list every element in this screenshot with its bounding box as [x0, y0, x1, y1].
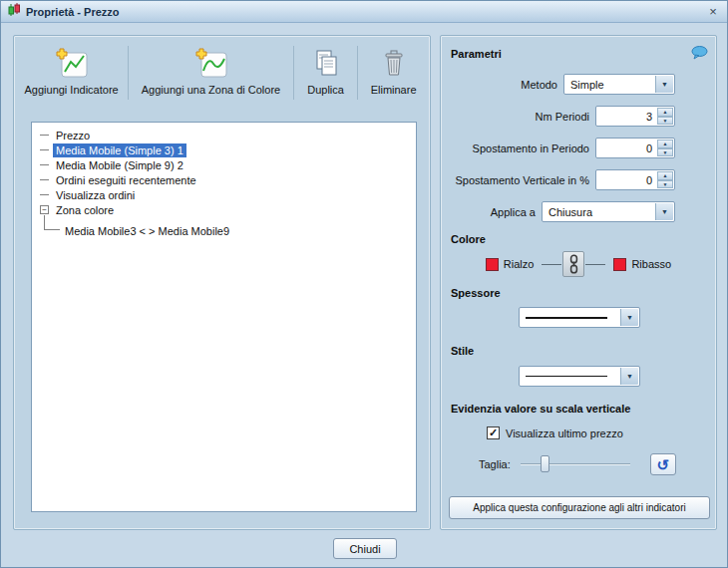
tree-item-prezzo[interactable]: Prezzo [32, 128, 416, 142]
taglia-label: Taglia: [479, 458, 511, 470]
tree-branch-line [44, 215, 60, 230]
link-line [542, 264, 561, 265]
spessore-select[interactable]: ▼ [519, 307, 640, 328]
metodo-row: Metodo Simple ▼ [521, 74, 675, 95]
tree-item-label: Prezzo [53, 129, 93, 142]
spostamento-verticale-label: Spostamento Verticale in % [455, 174, 589, 186]
nm-periodi-label: Nm Periodi [536, 111, 589, 123]
rialzo-color-swatch[interactable] [486, 258, 499, 271]
nm-periodi-stepper[interactable]: 3 ▲ ▼ [595, 106, 675, 127]
tree-item-label: Visualizza ordini [53, 188, 138, 202]
duplicate-button[interactable]: Duplica [299, 44, 352, 108]
window-title: Proprietà - Prezzo [26, 6, 705, 18]
metodo-value: Simple [570, 79, 604, 91]
toolbar-separator [128, 46, 129, 100]
applica-a-value: Chiusura [548, 206, 592, 218]
tree-item-zona-colore-child[interactable]: Media Mobile3 < > Media Mobile9 [32, 223, 416, 238]
spostamento-periodo-stepper[interactable]: 0 ▲ ▼ [595, 138, 675, 158]
chevron-down-icon[interactable]: ▼ [655, 203, 673, 220]
spostamento-periodo-value: 0 [646, 142, 652, 154]
stile-section-title: Stile [451, 345, 474, 357]
delete-button[interactable]: Eliminare [363, 44, 424, 108]
spessore-section-title: Spessore [451, 287, 501, 299]
link-colors-button[interactable] [562, 251, 584, 277]
spin-down-icon[interactable]: ▼ [657, 117, 673, 126]
stile-select[interactable]: ▼ [519, 366, 640, 387]
collapse-icon[interactable]: − [40, 205, 49, 214]
spin-up-icon[interactable]: ▲ [657, 171, 673, 180]
spostamento-periodo-row: Spostamento in Periodo 0 ▲ ▼ [473, 138, 675, 158]
taglia-row: Taglia: ↺ [479, 452, 676, 476]
add-color-zone-button[interactable]: Aggiungi una Zona di Colore [134, 44, 288, 108]
tree-item-ordini-eseguiti[interactable]: Ordini eseguiti recentemente [32, 172, 416, 187]
toolbar-separator [357, 46, 358, 100]
visualizza-ultimo-prezzo-checkbox[interactable]: ✓ [487, 426, 500, 439]
taglia-slider-thumb[interactable] [541, 455, 549, 472]
nm-periodi-value: 3 [646, 111, 652, 123]
parameters-panel: Parametri Metodo Simple ▼ Nm Periodi 3 ▲… [440, 35, 717, 530]
spostamento-verticale-value: 0 [646, 174, 652, 186]
add-indicator-label: Aggiungi Indicatore [25, 84, 119, 96]
tree-item-media-mobile-9[interactable]: Media Mobile (Simple 9) 2 [32, 157, 416, 172]
help-bubble-icon[interactable] [691, 46, 708, 64]
visualizza-ultimo-prezzo-row: ✓ Visualizza ultimo prezzo [487, 426, 623, 439]
applica-a-row: Applica a Chiusura ▼ [491, 201, 675, 222]
thickness-sample [526, 317, 607, 319]
taglia-slider[interactable] [521, 454, 630, 474]
style-sample [526, 376, 607, 377]
tree-item-label: Media Mobile (Simple 9) 2 [53, 158, 186, 172]
rialzo-label: Rialzo [504, 258, 535, 270]
indicators-toolbar: Aggiungi Indicatore Aggiungi una Zona di… [20, 44, 424, 108]
delete-label: Eliminare [371, 84, 417, 96]
duplicate-icon [310, 46, 342, 82]
evidenzia-section-title: Evidenzia valore su scala verticale [451, 403, 630, 415]
check-icon: ✓ [489, 427, 498, 438]
nm-periodi-row: Nm Periodi 3 ▲ ▼ [536, 106, 675, 127]
app-icon [7, 3, 21, 21]
link-line [585, 264, 605, 265]
chevron-down-icon[interactable]: ▼ [620, 309, 638, 326]
add-indicator-button[interactable]: Aggiungi Indicatore [20, 44, 123, 108]
apply-to-all-button[interactable]: Applica questa configurazione agli altri… [449, 496, 710, 519]
spin-up-icon[interactable]: ▲ [657, 108, 673, 117]
toolbar-separator [293, 46, 294, 100]
color-link-row: Rialzo Ribasso [441, 251, 716, 277]
applica-a-label: Applica a [491, 206, 536, 218]
reset-button[interactable]: ↺ [650, 453, 676, 475]
reset-icon: ↺ [657, 457, 670, 472]
tree-item-visualizza-ordini[interactable]: Visualizza ordini [32, 187, 416, 202]
tree-item-label: Media Mobile3 < > Media Mobile9 [62, 224, 232, 238]
close-dialog-button[interactable]: Chiudi [333, 538, 397, 559]
tree-item-zona-colore[interactable]: − Zona colore [32, 202, 416, 217]
colore-section-title: Colore [451, 233, 486, 245]
trash-icon [378, 46, 410, 82]
spostamento-periodo-label: Spostamento in Periodo [473, 142, 589, 154]
taglia-slider-track[interactable] [521, 463, 630, 465]
chevron-down-icon[interactable]: ▼ [620, 368, 638, 385]
ribasso-label: Ribasso [631, 258, 671, 270]
tree-item-label: Zona colore [53, 203, 117, 217]
spostamento-verticale-row: Spostamento Verticale in % 0 ▲ ▼ [455, 169, 675, 190]
spin-up-icon[interactable]: ▲ [657, 140, 673, 148]
spin-down-icon[interactable]: ▼ [657, 180, 673, 189]
add-indicator-icon [55, 46, 89, 82]
tree-item-label: Media Mobile (Simple 3) 1 [53, 143, 186, 157]
applica-a-select[interactable]: Chiusura ▼ [542, 201, 675, 222]
titlebar[interactable]: Proprietà - Prezzo × [1, 1, 727, 23]
parametri-section-title: Parametri [451, 48, 502, 60]
duplicate-label: Duplica [307, 84, 344, 96]
tree-item-media-mobile-3[interactable]: Media Mobile (Simple 3) 1 [32, 142, 416, 157]
close-icon[interactable]: × [705, 4, 721, 19]
tree-item-label: Ordini eseguiti recentemente [53, 173, 199, 187]
indicator-tree: Prezzo Media Mobile (Simple 3) 1 Media M… [31, 122, 417, 512]
metodo-label: Metodo [521, 79, 557, 91]
indicators-panel: Aggiungi Indicatore Aggiungi una Zona di… [13, 35, 431, 530]
spostamento-verticale-stepper[interactable]: 0 ▲ ▼ [595, 169, 675, 190]
metodo-select[interactable]: Simple ▼ [563, 74, 675, 95]
chain-icon [568, 254, 579, 274]
visualizza-ultimo-prezzo-label: Visualizza ultimo prezzo [506, 427, 623, 439]
properties-dialog: Proprietà - Prezzo × Aggiungi Indicatore [0, 0, 728, 568]
ribasso-color-swatch[interactable] [613, 258, 626, 271]
spin-down-icon[interactable]: ▼ [657, 148, 673, 157]
chevron-down-icon[interactable]: ▼ [655, 76, 673, 93]
